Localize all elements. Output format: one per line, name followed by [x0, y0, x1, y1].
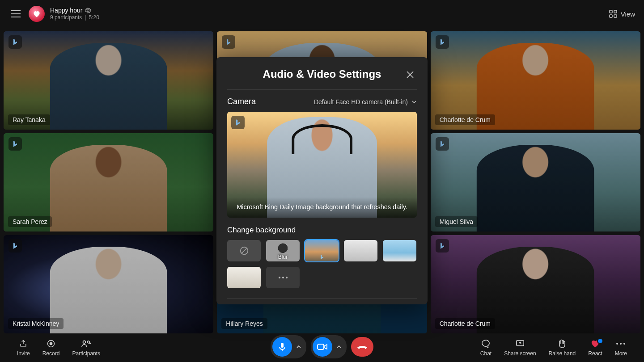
record-icon: [47, 339, 55, 348]
raise-hand-button[interactable]: Raise hand: [542, 339, 582, 357]
bg-room[interactable]: [344, 240, 377, 261]
share-up-icon: [19, 339, 28, 348]
participant-tile[interactable]: Miguel Silva: [431, 133, 640, 232]
gear-icon[interactable]: [85, 8, 91, 14]
participants-count: 9 participants: [50, 14, 82, 21]
bing-badge: [436, 137, 449, 151]
ellipsis-icon: [278, 276, 288, 279]
bing-badge: [222, 35, 235, 49]
hangup-icon: [356, 344, 368, 349]
video-button[interactable]: [313, 337, 332, 357]
call-duration: 5:20: [89, 14, 99, 21]
svg-point-15: [623, 343, 625, 345]
end-call-button[interactable]: [351, 337, 373, 357]
svg-point-10: [83, 341, 85, 343]
bing-icon: [319, 254, 325, 260]
svg-rect-2: [610, 15, 612, 17]
participant-name: Ray Tanaka: [8, 114, 50, 125]
chevron-up-icon: [296, 344, 301, 349]
participant-tile[interactable]: Sarah Perez: [4, 133, 213, 232]
svg-rect-17: [318, 344, 324, 349]
participant-tile[interactable]: Charlotte de Crum: [431, 235, 640, 333]
participant-tile[interactable]: Ray Tanaka: [4, 31, 213, 130]
camera-selected-value: Default Face HD camera (Built-in): [314, 98, 408, 105]
svg-point-6: [282, 277, 284, 278]
hand-icon: [558, 339, 567, 349]
view-label: View: [621, 10, 635, 18]
svg-point-11: [87, 341, 89, 343]
change-background-label: Change background: [227, 218, 417, 240]
bing-badge: [8, 137, 22, 151]
bg-hall[interactable]: [227, 267, 261, 288]
camera-section-label: Camera: [227, 97, 256, 106]
participant-name: Miguel Silva: [435, 216, 478, 227]
more-button[interactable]: More: [609, 339, 633, 357]
react-button[interactable]: React: [582, 339, 608, 357]
chat-button[interactable]: Chat: [474, 339, 498, 357]
svg-point-14: [620, 343, 622, 345]
svg-point-5: [279, 277, 280, 278]
chat-icon: [481, 339, 491, 348]
background-options: Blur: [227, 240, 417, 288]
svg-point-9: [50, 342, 53, 345]
svg-rect-0: [610, 10, 612, 13]
bg-beach[interactable]: [383, 240, 416, 261]
svg-rect-1: [614, 10, 617, 13]
meeting-avatar: [29, 6, 45, 22]
bing-badge: [231, 116, 245, 129]
meeting-title: Happy hour: [50, 7, 82, 14]
participant-name: Kristal McKinney: [8, 318, 64, 329]
participant-name: Sarah Perez: [8, 216, 52, 227]
chevron-down-icon: [411, 99, 417, 105]
hamburger-icon: [11, 10, 21, 17]
audio-section-label: AUDIO: [227, 298, 417, 304]
camera-preview: Microsoft Bing Daily Image background th…: [227, 112, 417, 218]
svg-point-13: [616, 343, 618, 345]
bing-badge: [8, 35, 22, 49]
modal-title: Audio & Video Settings: [227, 68, 417, 80]
meeting-meta: Happy hour 9 participants | 5:20: [50, 7, 99, 21]
mic-options[interactable]: [293, 337, 305, 357]
close-icon: [406, 71, 414, 79]
ellipsis-icon: [616, 342, 626, 345]
video-icon: [317, 343, 328, 350]
heart-icon: [32, 9, 41, 18]
bg-none[interactable]: [227, 240, 261, 261]
microphone-icon: [278, 342, 287, 352]
participant-tile[interactable]: Charlotte de Crum: [431, 31, 640, 130]
bg-bing-daily[interactable]: [305, 240, 339, 261]
invite-button[interactable]: Invite: [11, 339, 36, 357]
video-options[interactable]: [333, 337, 345, 357]
bing-badge: [436, 239, 449, 253]
participant-name: Charlotte de Crum: [435, 318, 495, 329]
blur-label: Blur: [266, 254, 300, 260]
preview-caption: Microsoft Bing Daily Image background th…: [227, 197, 417, 218]
menu-button[interactable]: [7, 5, 24, 22]
bg-more[interactable]: [266, 267, 300, 288]
camera-select[interactable]: Default Face HD camera (Built-in): [314, 98, 417, 105]
bg-blur[interactable]: Blur: [266, 240, 300, 261]
notification-dot: [597, 338, 603, 344]
call-controls: [271, 335, 373, 358]
participant-name: Hillary Reyes: [221, 318, 267, 329]
share-screen-icon: [515, 339, 525, 348]
participant-name: Charlotte de Crum: [435, 114, 495, 125]
participants-button[interactable]: Participants: [66, 339, 106, 357]
people-icon: [81, 339, 92, 348]
svg-rect-16: [281, 343, 284, 348]
chevron-up-icon: [336, 344, 342, 349]
participant-tile[interactable]: Kristal McKinney: [4, 235, 213, 333]
view-mode-button[interactable]: View: [607, 7, 637, 21]
svg-point-7: [286, 277, 288, 278]
bing-badge: [436, 35, 449, 49]
close-button[interactable]: [403, 68, 417, 81]
av-settings-modal: Audio & Video Settings Camera Default Fa…: [216, 57, 428, 304]
svg-rect-3: [614, 15, 617, 17]
record-button[interactable]: Record: [36, 339, 66, 357]
grid-icon: [609, 10, 617, 18]
bing-badge: [8, 239, 22, 253]
no-background-icon: [239, 246, 249, 256]
share-screen-button[interactable]: Share screen: [498, 339, 542, 357]
mute-button[interactable]: [272, 337, 292, 357]
